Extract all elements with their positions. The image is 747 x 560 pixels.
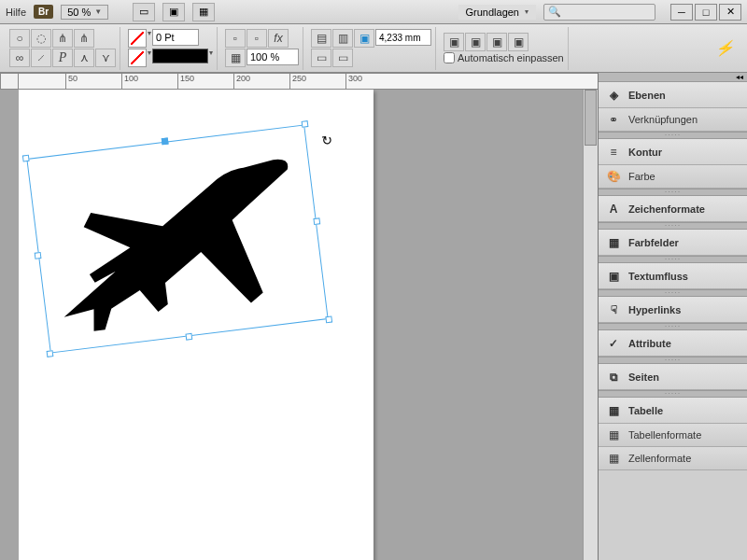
tool-ellipse[interactable]: ○	[9, 29, 30, 48]
selected-frame[interactable]: ↻	[26, 125, 328, 354]
autofit-label: Automatisch einpassen	[458, 52, 564, 63]
vertical-scrollbar[interactable]	[583, 90, 598, 560]
rotate-cursor-icon: ↻	[320, 133, 333, 148]
align-b[interactable]: ▥	[332, 29, 353, 48]
panel-farbe[interactable]: 🎨Farbe	[599, 165, 747, 189]
panel-seiten[interactable]: ⧉Seiten	[599, 364, 747, 390]
panel-attribute[interactable]: ✓Attribute	[599, 330, 747, 357]
layers-icon: ◈	[606, 88, 621, 103]
frame-d[interactable]: ▣	[508, 33, 529, 51]
panel-kontur[interactable]: ≡Kontur	[599, 139, 747, 165]
table-icon: ▦	[606, 403, 621, 418]
cellstyle-icon: ▦	[606, 451, 621, 466]
canvas[interactable]: ↻	[19, 90, 598, 560]
search-input[interactable]: 🔍	[543, 4, 655, 21]
tool-text[interactable]: P	[52, 49, 73, 67]
color-icon: 🎨	[606, 169, 621, 184]
stroke-weight-input[interactable]: 0 Pt	[152, 29, 199, 46]
handle-bl[interactable]	[47, 350, 54, 357]
maximize-button[interactable]: □	[695, 4, 717, 21]
fit-b[interactable]: ▭	[332, 49, 353, 67]
panel-farbfelder[interactable]: ▦Farbfelder	[599, 230, 747, 256]
align-a[interactable]: ▤	[311, 29, 331, 48]
page[interactable]: ↻	[19, 90, 374, 560]
attribute-icon: ✓	[606, 336, 621, 351]
fit-a[interactable]: ▭	[311, 49, 331, 67]
textwrap-icon: ▣	[606, 269, 621, 284]
workspace: 50 100 150 200 250 300 ↻	[0, 73, 598, 560]
stroke-icon: ≡	[606, 145, 621, 160]
handle-tl[interactable]	[22, 155, 30, 162]
stroke-none-icon[interactable]	[128, 29, 147, 48]
panel-ebenen[interactable]: ◈Ebenen	[599, 82, 747, 108]
panel-dock: ◂◂ ◈Ebenen ⚭Verknüpfungen ≡Kontur 🎨Farbe…	[598, 73, 747, 560]
panel-verknupfungen[interactable]: ⚭Verknüpfungen	[599, 108, 747, 132]
pages-icon: ⧉	[606, 370, 621, 385]
tool-node2[interactable]: ⋔	[74, 29, 94, 48]
bridge-button[interactable]: Br	[34, 5, 53, 19]
opacity-input[interactable]: 100 %	[247, 49, 299, 65]
help-menu[interactable]: Hilfe	[6, 7, 26, 18]
view-options-button[interactable]: ▭	[133, 3, 155, 21]
search-icon: 🔍	[548, 6, 561, 18]
fill-swatch[interactable]	[152, 49, 208, 63]
handle-ml[interactable]	[35, 252, 42, 259]
close-button[interactable]: ✕	[719, 4, 741, 21]
tool-dashed-ellipse[interactable]: ◌	[31, 29, 51, 48]
arrange-button[interactable]: ▦	[192, 3, 215, 21]
charstyle-icon: A	[606, 202, 621, 217]
autofit-checkbox[interactable]	[444, 52, 455, 63]
handle-bm[interactable]	[185, 333, 192, 341]
panel-tabellenformate[interactable]: ▦Tabellenformate	[599, 424, 747, 447]
flash-icon[interactable]: ⚡	[715, 39, 741, 57]
tool-link[interactable]: ∞	[9, 49, 30, 67]
minimize-button[interactable]: ─	[670, 4, 693, 21]
crop-icon[interactable]: ▣	[354, 29, 374, 48]
airplane-image[interactable]	[36, 135, 317, 340]
panel-hyperlinks[interactable]: ☟Hyperlinks	[599, 297, 747, 323]
fx-button-fx[interactable]: fx	[268, 29, 289, 48]
panel-collapse-icon[interactable]: ◂◂	[599, 73, 747, 82]
ruler-origin[interactable]	[0, 73, 19, 90]
opacity-icon: ▦	[225, 49, 246, 67]
panel-zeichenformate[interactable]: AZeichenformate	[599, 196, 747, 222]
hyperlink-icon: ☟	[606, 302, 621, 317]
fx-button-b[interactable]: ▫	[247, 29, 267, 48]
fill-none-icon[interactable]	[128, 49, 147, 67]
tool-node1[interactable]: ⋔	[52, 29, 73, 48]
frame-b[interactable]: ▣	[465, 33, 486, 51]
control-toolbar: ○ ◌ ⋔ ⋔ ∞ ⟋ P ⋏ ⋎ ▾0 Pt ▾▾ ▫▫fx ▦100 % ▤…	[0, 24, 747, 73]
handle-tr[interactable]	[302, 120, 309, 128]
workspace-selector[interactable]: Grundlagen▾	[458, 5, 537, 20]
chevron-down-icon: ▼	[94, 7, 102, 16]
handle-mr[interactable]	[313, 217, 320, 225]
handle-tm[interactable]	[162, 137, 169, 145]
tool-anchor[interactable]: ⋏	[74, 49, 94, 67]
panel-textumfluss[interactable]: ▣Textumfluss	[599, 263, 747, 289]
screen-mode-button[interactable]: ▣	[162, 3, 185, 21]
tablestyle-icon: ▦	[606, 427, 621, 442]
frame-c[interactable]: ▣	[486, 33, 507, 51]
frame-a[interactable]: ▣	[444, 33, 464, 51]
panel-zellenformate[interactable]: ▦Zellenformate	[599, 447, 747, 470]
menu-bar: Hilfe Br 50 %▼ ▭ ▣ ▦ Grundlagen▾ 🔍 ─ □ ✕	[0, 0, 747, 24]
measure-input[interactable]: 4,233 mm	[375, 29, 431, 46]
tool-path[interactable]: ⟋	[31, 49, 51, 67]
fx-button-a[interactable]: ▫	[225, 29, 246, 48]
links-icon: ⚭	[606, 112, 621, 127]
tool-anchor2[interactable]: ⋎	[95, 49, 116, 67]
scrollbar-thumb[interactable]	[585, 90, 597, 146]
zoom-selector[interactable]: 50 %▼	[61, 5, 108, 20]
swatches-icon: ▦	[606, 235, 621, 250]
horizontal-ruler[interactable]: 50 100 150 200 250 300	[19, 73, 598, 90]
handle-br[interactable]	[325, 315, 332, 323]
chevron-down-icon: ▾	[525, 7, 529, 16]
panel-tabelle[interactable]: ▦Tabelle	[599, 398, 747, 424]
